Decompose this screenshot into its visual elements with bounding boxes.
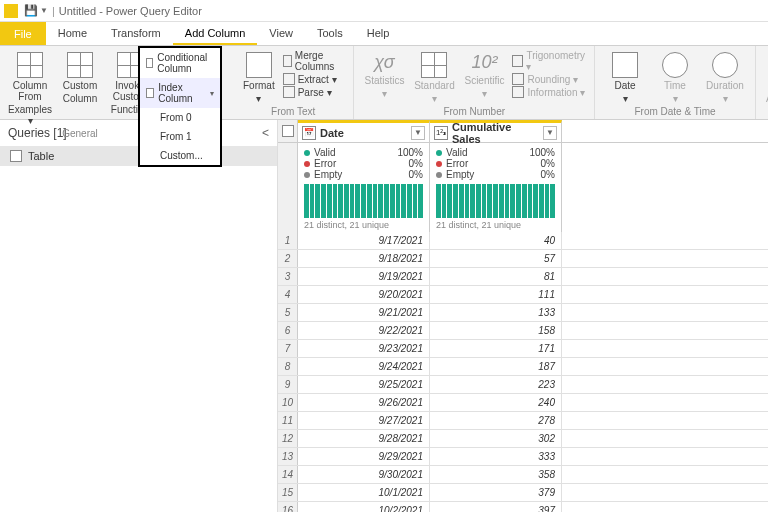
filter-dropdown-icon[interactable]: ▼	[543, 126, 557, 140]
cell-value[interactable]: 358	[430, 466, 562, 483]
table-row[interactable]: 1510/1/2021379	[278, 484, 768, 502]
cell-value[interactable]: 302	[430, 430, 562, 447]
filter-dropdown-icon[interactable]: ▼	[411, 126, 425, 140]
quality-footer: 21 distinct, 21 unique	[304, 220, 423, 230]
cell-value[interactable]: 223	[430, 376, 562, 393]
table-row[interactable]: 129/28/2021302	[278, 430, 768, 448]
table-row[interactable]: 59/21/2021133	[278, 304, 768, 322]
cell-date[interactable]: 9/27/2021	[298, 412, 430, 429]
time-button[interactable]: Time▾	[653, 50, 697, 106]
row-number: 7	[278, 340, 298, 357]
format-icon	[246, 52, 272, 78]
format-button[interactable]: Format▾	[241, 50, 277, 106]
menu-tab-home[interactable]: Home	[46, 22, 99, 45]
statistics-button[interactable]: χσStatistics▾	[362, 50, 406, 101]
menu-tab-add-column[interactable]: Add Column	[173, 22, 258, 45]
column-icon	[67, 52, 93, 78]
cell-date[interactable]: 9/23/2021	[298, 340, 430, 357]
cell-value[interactable]: 397	[430, 502, 562, 512]
date-icon	[612, 52, 638, 78]
cell-value[interactable]: 379	[430, 484, 562, 501]
trigonometry-button[interactable]: Trigonometry ▾	[512, 50, 586, 72]
rounding-button[interactable]: Rounding ▾	[512, 73, 586, 85]
scientific-button[interactable]: 10²Scientific▾	[462, 50, 506, 101]
file-menu[interactable]: File	[0, 22, 46, 45]
table-row[interactable]: 109/26/2021240	[278, 394, 768, 412]
ribbon-button[interactable]: Column FromExamples ▾	[8, 50, 52, 128]
text-analytics-button[interactable]: TextAnalytics	[764, 50, 768, 106]
cell-date[interactable]: 10/1/2021	[298, 484, 430, 501]
cell-date[interactable]: 9/28/2021	[298, 430, 430, 447]
save-icon[interactable]: 💾	[24, 4, 38, 17]
cell-date[interactable]: 9/26/2021	[298, 394, 430, 411]
cell-value[interactable]: 187	[430, 358, 562, 375]
menu-tab-tools[interactable]: Tools	[305, 22, 355, 45]
cell-date[interactable]: 9/29/2021	[298, 448, 430, 465]
collapse-pane-icon[interactable]: <	[262, 126, 269, 140]
cell-date[interactable]: 9/30/2021	[298, 466, 430, 483]
menu-tab-view[interactable]: View	[257, 22, 305, 45]
cell-date[interactable]: 9/20/2021	[298, 286, 430, 303]
table-row[interactable]: 139/29/2021333	[278, 448, 768, 466]
menu-conditional-column[interactable]: Conditional Column	[140, 48, 220, 78]
table-row[interactable]: 69/22/2021158	[278, 322, 768, 340]
table-row[interactable]: 19/17/202140	[278, 232, 768, 250]
ribbon-button[interactable]: CustomColumn	[58, 50, 102, 106]
cell-value[interactable]: 171	[430, 340, 562, 357]
table-row[interactable]: 119/27/2021278	[278, 412, 768, 430]
number-type-icon[interactable]: 1²₃	[434, 126, 448, 140]
cell-value[interactable]: 57	[430, 250, 562, 267]
row-number: 10	[278, 394, 298, 411]
cell-date[interactable]: 9/19/2021	[298, 268, 430, 285]
cell-date[interactable]: 10/2/2021	[298, 502, 430, 512]
standard-button[interactable]: Standard▾	[412, 50, 456, 106]
row-number: 11	[278, 412, 298, 429]
table-row[interactable]: 39/19/202181	[278, 268, 768, 286]
duration-button[interactable]: Duration▾	[703, 50, 747, 106]
app-logo-icon	[4, 4, 18, 18]
column-name: Cumulative Sales	[452, 121, 543, 145]
table-row[interactable]: 99/25/2021223	[278, 376, 768, 394]
menu-tab-help[interactable]: Help	[355, 22, 402, 45]
table-row[interactable]: 1610/2/2021397	[278, 502, 768, 512]
date-type-icon[interactable]: 📅	[302, 126, 316, 140]
table-row[interactable]: 29/18/202157	[278, 250, 768, 268]
parse-button[interactable]: Parse ▾	[283, 86, 346, 98]
standard-icon	[421, 52, 447, 78]
queries-title: Queries [1]	[8, 126, 67, 140]
cell-value[interactable]: 133	[430, 304, 562, 321]
date-button[interactable]: Date▾	[603, 50, 647, 106]
menu-tab-transform[interactable]: Transform	[99, 22, 173, 45]
cell-date[interactable]: 9/21/2021	[298, 304, 430, 321]
menu-custom[interactable]: Custom...	[140, 146, 220, 165]
table-row[interactable]: 49/20/2021111	[278, 286, 768, 304]
cell-value[interactable]: 111	[430, 286, 562, 303]
cell-date[interactable]: 9/22/2021	[298, 322, 430, 339]
menu-from-0[interactable]: From 0	[140, 108, 220, 127]
group-label-datetime: From Date & Time	[634, 106, 715, 117]
cell-date[interactable]: 9/24/2021	[298, 358, 430, 375]
table-row[interactable]: 89/24/2021187	[278, 358, 768, 376]
merge-columns-button[interactable]: Merge Columns	[283, 50, 346, 72]
column-header-date[interactable]: 📅 Date ▼	[298, 120, 430, 142]
cell-date[interactable]: 9/18/2021	[298, 250, 430, 267]
information-button[interactable]: Information ▾	[512, 86, 586, 98]
table-row[interactable]: 149/30/2021358	[278, 466, 768, 484]
cell-value[interactable]: 40	[430, 232, 562, 249]
menu-from-1[interactable]: From 1	[140, 127, 220, 146]
extract-button[interactable]: Extract ▾	[283, 73, 346, 85]
window-title: Untitled - Power Query Editor	[59, 5, 202, 17]
cell-value[interactable]: 240	[430, 394, 562, 411]
qat-dropdown-icon[interactable]: ▼	[40, 6, 48, 15]
select-all-corner[interactable]	[278, 120, 298, 142]
cell-date[interactable]: 9/17/2021	[298, 232, 430, 249]
cell-value[interactable]: 278	[430, 412, 562, 429]
cell-value[interactable]: 158	[430, 322, 562, 339]
duration-icon	[712, 52, 738, 78]
cell-value[interactable]: 81	[430, 268, 562, 285]
column-header-cumulative-sales[interactable]: 1²₃ Cumulative Sales ▼	[430, 120, 562, 142]
cell-value[interactable]: 333	[430, 448, 562, 465]
cell-date[interactable]: 9/25/2021	[298, 376, 430, 393]
table-row[interactable]: 79/23/2021171	[278, 340, 768, 358]
menu-index-column[interactable]: Index Column▾	[140, 78, 220, 108]
